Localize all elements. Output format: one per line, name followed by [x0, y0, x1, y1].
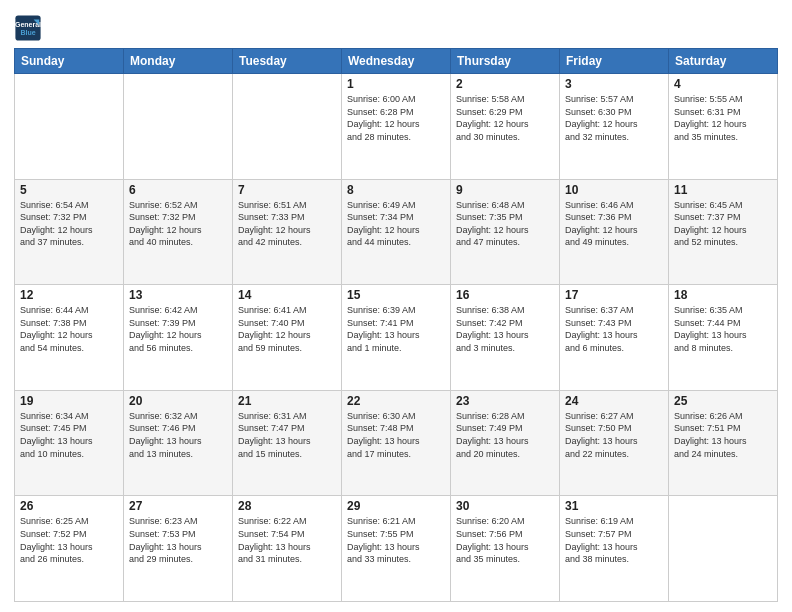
day-number: 23 — [456, 394, 554, 408]
day-number: 16 — [456, 288, 554, 302]
day-info: Sunrise: 5:55 AM Sunset: 6:31 PM Dayligh… — [674, 93, 772, 143]
day-number: 29 — [347, 499, 445, 513]
calendar-cell: 5Sunrise: 6:54 AM Sunset: 7:32 PM Daylig… — [15, 179, 124, 285]
day-info: Sunrise: 6:52 AM Sunset: 7:32 PM Dayligh… — [129, 199, 227, 249]
day-number: 25 — [674, 394, 772, 408]
day-info: Sunrise: 6:28 AM Sunset: 7:49 PM Dayligh… — [456, 410, 554, 460]
day-info: Sunrise: 6:46 AM Sunset: 7:36 PM Dayligh… — [565, 199, 663, 249]
calendar-cell: 20Sunrise: 6:32 AM Sunset: 7:46 PM Dayli… — [124, 390, 233, 496]
day-info: Sunrise: 6:37 AM Sunset: 7:43 PM Dayligh… — [565, 304, 663, 354]
day-info: Sunrise: 5:58 AM Sunset: 6:29 PM Dayligh… — [456, 93, 554, 143]
header: General Blue — [14, 10, 778, 42]
day-number: 10 — [565, 183, 663, 197]
calendar-cell: 17Sunrise: 6:37 AM Sunset: 7:43 PM Dayli… — [560, 285, 669, 391]
calendar-cell: 1Sunrise: 6:00 AM Sunset: 6:28 PM Daylig… — [342, 74, 451, 180]
day-info: Sunrise: 6:42 AM Sunset: 7:39 PM Dayligh… — [129, 304, 227, 354]
day-number: 12 — [20, 288, 118, 302]
calendar-cell: 25Sunrise: 6:26 AM Sunset: 7:51 PM Dayli… — [669, 390, 778, 496]
calendar-cell: 7Sunrise: 6:51 AM Sunset: 7:33 PM Daylig… — [233, 179, 342, 285]
day-info: Sunrise: 6:54 AM Sunset: 7:32 PM Dayligh… — [20, 199, 118, 249]
day-number: 5 — [20, 183, 118, 197]
day-number: 22 — [347, 394, 445, 408]
day-number: 6 — [129, 183, 227, 197]
calendar-cell: 3Sunrise: 5:57 AM Sunset: 6:30 PM Daylig… — [560, 74, 669, 180]
day-number: 13 — [129, 288, 227, 302]
calendar-cell: 16Sunrise: 6:38 AM Sunset: 7:42 PM Dayli… — [451, 285, 560, 391]
day-info: Sunrise: 6:49 AM Sunset: 7:34 PM Dayligh… — [347, 199, 445, 249]
logo-icon: General Blue — [14, 14, 42, 42]
day-info: Sunrise: 6:48 AM Sunset: 7:35 PM Dayligh… — [456, 199, 554, 249]
calendar-cell: 6Sunrise: 6:52 AM Sunset: 7:32 PM Daylig… — [124, 179, 233, 285]
logo: General Blue — [14, 14, 42, 42]
day-number: 17 — [565, 288, 663, 302]
day-info: Sunrise: 6:38 AM Sunset: 7:42 PM Dayligh… — [456, 304, 554, 354]
calendar-cell: 26Sunrise: 6:25 AM Sunset: 7:52 PM Dayli… — [15, 496, 124, 602]
day-number: 28 — [238, 499, 336, 513]
day-number: 27 — [129, 499, 227, 513]
day-info: Sunrise: 6:32 AM Sunset: 7:46 PM Dayligh… — [129, 410, 227, 460]
day-number: 2 — [456, 77, 554, 91]
day-info: Sunrise: 6:20 AM Sunset: 7:56 PM Dayligh… — [456, 515, 554, 565]
day-info: Sunrise: 6:19 AM Sunset: 7:57 PM Dayligh… — [565, 515, 663, 565]
day-number: 18 — [674, 288, 772, 302]
calendar-cell: 29Sunrise: 6:21 AM Sunset: 7:55 PM Dayli… — [342, 496, 451, 602]
calendar-week-row: 12Sunrise: 6:44 AM Sunset: 7:38 PM Dayli… — [15, 285, 778, 391]
calendar-week-row: 19Sunrise: 6:34 AM Sunset: 7:45 PM Dayli… — [15, 390, 778, 496]
day-number: 15 — [347, 288, 445, 302]
calendar-cell: 9Sunrise: 6:48 AM Sunset: 7:35 PM Daylig… — [451, 179, 560, 285]
day-info: Sunrise: 6:34 AM Sunset: 7:45 PM Dayligh… — [20, 410, 118, 460]
svg-text:Blue: Blue — [20, 29, 35, 36]
day-number: 9 — [456, 183, 554, 197]
calendar-week-row: 26Sunrise: 6:25 AM Sunset: 7:52 PM Dayli… — [15, 496, 778, 602]
day-number: 31 — [565, 499, 663, 513]
calendar-table: SundayMondayTuesdayWednesdayThursdayFrid… — [14, 48, 778, 602]
calendar-cell: 28Sunrise: 6:22 AM Sunset: 7:54 PM Dayli… — [233, 496, 342, 602]
day-number: 30 — [456, 499, 554, 513]
calendar-cell: 31Sunrise: 6:19 AM Sunset: 7:57 PM Dayli… — [560, 496, 669, 602]
calendar-cell: 2Sunrise: 5:58 AM Sunset: 6:29 PM Daylig… — [451, 74, 560, 180]
day-number: 4 — [674, 77, 772, 91]
calendar-header-row: SundayMondayTuesdayWednesdayThursdayFrid… — [15, 49, 778, 74]
day-info: Sunrise: 6:44 AM Sunset: 7:38 PM Dayligh… — [20, 304, 118, 354]
calendar-cell — [233, 74, 342, 180]
page: General Blue SundayMondayTuesdayWednesda… — [0, 0, 792, 612]
calendar-week-row: 1Sunrise: 6:00 AM Sunset: 6:28 PM Daylig… — [15, 74, 778, 180]
calendar-cell: 12Sunrise: 6:44 AM Sunset: 7:38 PM Dayli… — [15, 285, 124, 391]
day-info: Sunrise: 6:35 AM Sunset: 7:44 PM Dayligh… — [674, 304, 772, 354]
day-info: Sunrise: 6:21 AM Sunset: 7:55 PM Dayligh… — [347, 515, 445, 565]
day-info: Sunrise: 6:31 AM Sunset: 7:47 PM Dayligh… — [238, 410, 336, 460]
day-info: Sunrise: 6:22 AM Sunset: 7:54 PM Dayligh… — [238, 515, 336, 565]
svg-rect-0 — [15, 15, 40, 40]
calendar-cell: 23Sunrise: 6:28 AM Sunset: 7:49 PM Dayli… — [451, 390, 560, 496]
day-number: 8 — [347, 183, 445, 197]
calendar-cell: 27Sunrise: 6:23 AM Sunset: 7:53 PM Dayli… — [124, 496, 233, 602]
calendar-cell: 22Sunrise: 6:30 AM Sunset: 7:48 PM Dayli… — [342, 390, 451, 496]
calendar-cell — [124, 74, 233, 180]
day-number: 1 — [347, 77, 445, 91]
day-info: Sunrise: 6:45 AM Sunset: 7:37 PM Dayligh… — [674, 199, 772, 249]
day-info: Sunrise: 6:39 AM Sunset: 7:41 PM Dayligh… — [347, 304, 445, 354]
day-info: Sunrise: 6:25 AM Sunset: 7:52 PM Dayligh… — [20, 515, 118, 565]
calendar-cell — [15, 74, 124, 180]
weekday-header: Tuesday — [233, 49, 342, 74]
day-info: Sunrise: 6:30 AM Sunset: 7:48 PM Dayligh… — [347, 410, 445, 460]
day-info: Sunrise: 6:00 AM Sunset: 6:28 PM Dayligh… — [347, 93, 445, 143]
day-info: Sunrise: 6:27 AM Sunset: 7:50 PM Dayligh… — [565, 410, 663, 460]
day-number: 19 — [20, 394, 118, 408]
weekday-header: Monday — [124, 49, 233, 74]
day-info: Sunrise: 6:51 AM Sunset: 7:33 PM Dayligh… — [238, 199, 336, 249]
day-info: Sunrise: 6:26 AM Sunset: 7:51 PM Dayligh… — [674, 410, 772, 460]
day-number: 3 — [565, 77, 663, 91]
day-number: 24 — [565, 394, 663, 408]
weekday-header: Wednesday — [342, 49, 451, 74]
calendar-cell: 13Sunrise: 6:42 AM Sunset: 7:39 PM Dayli… — [124, 285, 233, 391]
calendar-cell: 8Sunrise: 6:49 AM Sunset: 7:34 PM Daylig… — [342, 179, 451, 285]
weekday-header: Sunday — [15, 49, 124, 74]
day-info: Sunrise: 5:57 AM Sunset: 6:30 PM Dayligh… — [565, 93, 663, 143]
day-number: 21 — [238, 394, 336, 408]
weekday-header: Thursday — [451, 49, 560, 74]
calendar-cell: 15Sunrise: 6:39 AM Sunset: 7:41 PM Dayli… — [342, 285, 451, 391]
weekday-header: Friday — [560, 49, 669, 74]
calendar-cell: 4Sunrise: 5:55 AM Sunset: 6:31 PM Daylig… — [669, 74, 778, 180]
calendar-cell: 21Sunrise: 6:31 AM Sunset: 7:47 PM Dayli… — [233, 390, 342, 496]
